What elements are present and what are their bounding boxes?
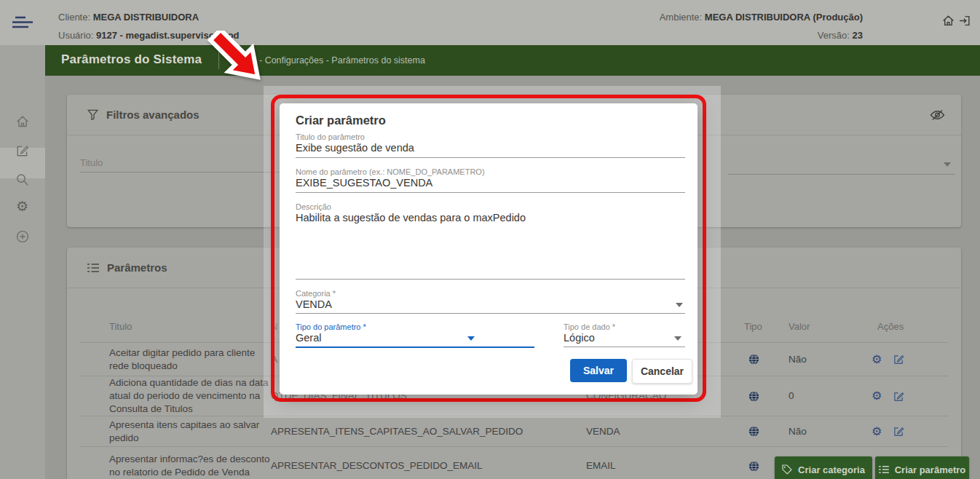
tipo-dado-underline bbox=[564, 347, 685, 347]
row-settings-icon[interactable]: ⚙ bbox=[872, 390, 882, 402]
usuario-label: Usuário: bbox=[58, 30, 93, 41]
cell-nome: APRESENTAR_DESCONTOS_PEDIDO_EMAIL bbox=[271, 459, 586, 472]
nome-field-underline bbox=[296, 192, 685, 193]
breadcrumb: - Configurações - Parâmetros do sistema bbox=[259, 55, 425, 66]
ambiente-label: Ambiente: bbox=[660, 12, 703, 23]
col-tipo: Tipo bbox=[743, 321, 786, 332]
chevron-down-icon[interactable] bbox=[467, 336, 475, 341]
gear-icon[interactable]: ⚙ bbox=[16, 199, 28, 213]
row-settings-icon[interactable]: ⚙ bbox=[872, 354, 882, 365]
cliente-label: Cliente: bbox=[58, 12, 90, 23]
versao-value: 23 bbox=[853, 30, 863, 41]
globe-icon bbox=[748, 354, 759, 365]
filters-title: Filtros avançados bbox=[106, 108, 199, 121]
ambiente-value: MEGA DISTRIBUIDORA (Produção) bbox=[705, 12, 863, 23]
descricao-field-input[interactable]: Habilita a sugestão de vendas para o max… bbox=[296, 212, 526, 223]
col-valor: Valor bbox=[786, 321, 869, 332]
list-icon bbox=[87, 263, 99, 273]
cell-titulo: Apresenta itens capitaes ao salvar pedid… bbox=[80, 419, 271, 445]
compose-icon[interactable] bbox=[16, 144, 29, 157]
table-row: Apresenta itens capitaes ao salvar pedid… bbox=[80, 416, 948, 447]
globe-icon bbox=[748, 461, 759, 472]
environment-info: Ambiente: MEGA DISTRIBUIDORA (Produção) … bbox=[660, 8, 863, 44]
menu-icon[interactable] bbox=[12, 15, 33, 30]
row-settings-icon[interactable]: ⚙ bbox=[872, 426, 882, 438]
page-title-bar: Parâmetros do Sistema - Configurações - … bbox=[45, 45, 980, 76]
create-category-label: Criar categoria bbox=[798, 464, 865, 475]
row-edit-icon[interactable] bbox=[893, 391, 904, 402]
chevron-down-icon[interactable] bbox=[674, 336, 681, 341]
nome-field-label: Nome do parâmetro (ex.: NOME_DO_PARAMETR… bbox=[296, 167, 485, 176]
cell-valor: Não bbox=[786, 353, 869, 366]
annotation-arrow bbox=[186, 31, 268, 103]
app-window: Cliente: MEGA DISTRIBUIDORA Usuário: 912… bbox=[0, 0, 980, 479]
top-header: Cliente: MEGA DISTRIBUIDORA Usuário: 912… bbox=[0, 0, 980, 45]
cell-valor: 0 bbox=[786, 389, 869, 403]
create-parameter-button[interactable]: Criar parâmetro bbox=[875, 456, 969, 479]
descricao-field-label: Descrição bbox=[296, 202, 331, 211]
cell-titulo: Adiciona quantidade de dias na data atua… bbox=[80, 376, 271, 416]
categoria-select-underline bbox=[296, 313, 685, 314]
cell-titulo: Apresentar informac?es de desconto no re… bbox=[80, 453, 271, 479]
list-icon bbox=[879, 465, 889, 474]
cell-valor: Não bbox=[786, 425, 869, 438]
chevron-down-icon bbox=[944, 162, 951, 167]
categoria-select-label: Categoria * bbox=[296, 289, 336, 298]
descricao-field-underline bbox=[296, 279, 685, 280]
home-icon[interactable] bbox=[942, 15, 955, 27]
parameters-title: Parâmetros bbox=[107, 261, 167, 274]
cliente-value: MEGA DISTRIBUIDORA bbox=[93, 12, 199, 23]
create-parameter-label: Criar parâmetro bbox=[895, 464, 966, 475]
col-titulo: Titulo bbox=[80, 321, 271, 332]
row-edit-icon[interactable] bbox=[893, 354, 904, 365]
col-acoes: Ações bbox=[869, 321, 948, 332]
row-edit-icon[interactable] bbox=[893, 426, 904, 437]
tipo-parametro-select-label: Tipo do parâmetro * bbox=[296, 322, 366, 331]
tipo-dado-select[interactable]: Lógico bbox=[564, 332, 595, 344]
categoria-select[interactable]: VENDA bbox=[296, 298, 332, 310]
tipo-parametro-underline bbox=[296, 347, 534, 348]
create-category-button[interactable]: Criar categoria bbox=[775, 456, 872, 479]
tipo-parametro-select[interactable]: Geral bbox=[296, 332, 321, 344]
cell-titulo: Aceitar digitar pedido para cliente rede… bbox=[80, 347, 271, 373]
page-title: Parâmetros do Sistema bbox=[61, 52, 202, 67]
tag-icon bbox=[782, 464, 792, 475]
cell-categoria: VENDA bbox=[586, 425, 743, 438]
chevron-down-icon[interactable] bbox=[676, 303, 683, 307]
home-icon[interactable] bbox=[16, 115, 29, 128]
filter-category-select[interactable] bbox=[728, 157, 955, 175]
sidebar-nav: ⚙ bbox=[0, 45, 45, 479]
titulo-field-input[interactable]: Exibe sugestão de venda bbox=[296, 142, 414, 154]
filter-icon bbox=[87, 109, 98, 120]
globe-icon bbox=[748, 391, 759, 402]
titulo-field-underline bbox=[296, 157, 685, 158]
search-icon[interactable] bbox=[16, 173, 29, 186]
logout-icon[interactable] bbox=[958, 15, 971, 27]
save-button[interactable]: Salvar bbox=[570, 359, 627, 382]
dialog-title: Criar parâmetro bbox=[296, 114, 386, 127]
cell-nome: APRESENTA_ITENS_CAPITAES_AO_SALVAR_PEDID… bbox=[271, 425, 586, 438]
create-parameter-dialog: Criar parâmetro Titulo do parâmetro Exib… bbox=[280, 103, 698, 395]
globe-icon bbox=[748, 426, 759, 437]
cancel-button[interactable]: Cancelar bbox=[632, 359, 692, 384]
cell-categoria: EMAIL bbox=[586, 459, 743, 472]
tipo-dado-select-label: Tipo de dado * bbox=[564, 322, 615, 331]
titulo-field-label: Titulo do parâmetro bbox=[296, 132, 365, 141]
nome-field-input[interactable]: EXIBE_SUGESTAO_VENDA bbox=[296, 177, 432, 189]
plus-circle-icon[interactable] bbox=[16, 230, 29, 243]
eye-off-icon[interactable] bbox=[930, 109, 945, 121]
versao-label: Versão: bbox=[818, 30, 850, 41]
